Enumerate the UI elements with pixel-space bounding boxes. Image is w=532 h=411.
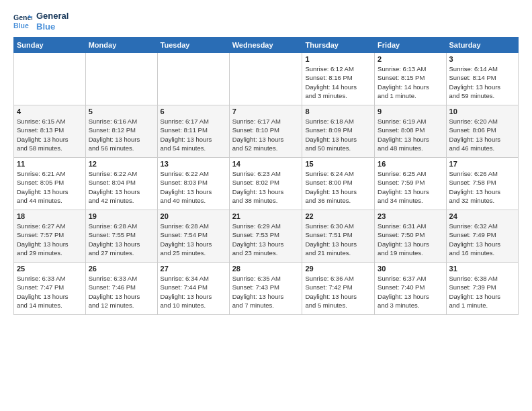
day-number: 7 xyxy=(232,107,300,116)
day-cell: 16Sunrise: 6:25 AM Sunset: 7:59 PM Dayli… xyxy=(375,158,446,210)
day-info: Sunrise: 6:38 AM Sunset: 7:39 PM Dayligh… xyxy=(449,274,515,310)
day-info: Sunrise: 6:20 AM Sunset: 8:06 PM Dayligh… xyxy=(449,117,515,152)
weekday-wednesday: Wednesday xyxy=(229,38,302,53)
day-cell: 2Sunrise: 6:13 AM Sunset: 8:15 PM Daylig… xyxy=(375,53,446,105)
day-cell xyxy=(85,53,157,105)
day-info: Sunrise: 6:21 AM Sunset: 8:05 PM Dayligh… xyxy=(17,169,83,205)
day-cell xyxy=(157,53,229,105)
weekday-saturday: Saturday xyxy=(446,38,518,53)
day-cell: 22Sunrise: 6:30 AM Sunset: 7:51 PM Dayli… xyxy=(302,210,375,263)
weekday-friday: Friday xyxy=(375,38,446,53)
day-info: Sunrise: 6:13 AM Sunset: 8:15 PM Dayligh… xyxy=(378,64,443,100)
day-cell: 13Sunrise: 6:22 AM Sunset: 8:03 PM Dayli… xyxy=(157,158,229,210)
day-cell: 21Sunrise: 6:29 AM Sunset: 7:53 PM Dayli… xyxy=(229,210,302,263)
day-info: Sunrise: 6:36 AM Sunset: 7:42 PM Dayligh… xyxy=(305,274,371,310)
day-info: Sunrise: 6:16 AM Sunset: 8:12 PM Dayligh… xyxy=(89,117,154,152)
day-cell: 9Sunrise: 6:19 AM Sunset: 8:08 PM Daylig… xyxy=(375,105,446,158)
day-cell: 28Sunrise: 6:35 AM Sunset: 7:43 PM Dayli… xyxy=(229,263,302,315)
day-info: Sunrise: 6:30 AM Sunset: 7:51 PM Dayligh… xyxy=(305,222,371,257)
day-number: 9 xyxy=(378,107,443,116)
day-cell: 31Sunrise: 6:38 AM Sunset: 7:39 PM Dayli… xyxy=(446,263,518,315)
day-cell: 26Sunrise: 6:33 AM Sunset: 7:46 PM Dayli… xyxy=(85,263,157,315)
day-info: Sunrise: 6:26 AM Sunset: 7:58 PM Dayligh… xyxy=(449,169,515,205)
day-cell: 3Sunrise: 6:14 AM Sunset: 8:14 PM Daylig… xyxy=(446,53,518,105)
day-cell: 1Sunrise: 6:12 AM Sunset: 8:16 PM Daylig… xyxy=(302,53,375,105)
day-number: 18 xyxy=(17,212,83,220)
day-cell: 27Sunrise: 6:34 AM Sunset: 7:44 PM Dayli… xyxy=(157,263,229,315)
day-number: 17 xyxy=(449,160,515,168)
day-number: 1 xyxy=(305,55,371,63)
day-number: 25 xyxy=(17,265,83,273)
day-number: 3 xyxy=(449,55,515,63)
day-number: 29 xyxy=(305,265,371,273)
day-number: 30 xyxy=(378,265,443,273)
logo: General Blue General Blue xyxy=(13,11,69,32)
day-info: Sunrise: 6:15 AM Sunset: 8:13 PM Dayligh… xyxy=(17,117,83,152)
logo-text: General xyxy=(36,11,69,21)
weekday-header-row: SundayMondayTuesdayWednesdayThursdayFrid… xyxy=(14,38,519,53)
day-cell: 18Sunrise: 6:27 AM Sunset: 7:57 PM Dayli… xyxy=(14,210,86,263)
week-row-3: 11Sunrise: 6:21 AM Sunset: 8:05 PM Dayli… xyxy=(14,158,519,210)
day-cell: 8Sunrise: 6:18 AM Sunset: 8:09 PM Daylig… xyxy=(302,105,375,158)
day-info: Sunrise: 6:28 AM Sunset: 7:55 PM Dayligh… xyxy=(89,222,154,257)
day-number: 12 xyxy=(89,160,154,168)
day-cell xyxy=(229,53,302,105)
day-info: Sunrise: 6:34 AM Sunset: 7:44 PM Dayligh… xyxy=(161,274,226,310)
day-cell: 19Sunrise: 6:28 AM Sunset: 7:55 PM Dayli… xyxy=(85,210,157,263)
day-cell: 15Sunrise: 6:24 AM Sunset: 8:00 PM Dayli… xyxy=(302,158,375,210)
logo-icon: General Blue xyxy=(13,12,32,31)
day-cell: 30Sunrise: 6:37 AM Sunset: 7:40 PM Dayli… xyxy=(375,263,446,315)
day-info: Sunrise: 6:35 AM Sunset: 7:43 PM Dayligh… xyxy=(232,274,300,310)
day-info: Sunrise: 6:37 AM Sunset: 7:40 PM Dayligh… xyxy=(378,274,443,310)
day-info: Sunrise: 6:28 AM Sunset: 7:54 PM Dayligh… xyxy=(161,222,226,257)
day-number: 15 xyxy=(305,160,371,168)
day-cell: 10Sunrise: 6:20 AM Sunset: 8:06 PM Dayli… xyxy=(446,105,518,158)
day-number: 4 xyxy=(17,107,83,116)
day-info: Sunrise: 6:32 AM Sunset: 7:49 PM Dayligh… xyxy=(449,222,515,257)
page: General Blue General Blue SundayMondayTu… xyxy=(0,0,532,411)
day-cell: 23Sunrise: 6:31 AM Sunset: 7:50 PM Dayli… xyxy=(375,210,446,263)
day-cell: 11Sunrise: 6:21 AM Sunset: 8:05 PM Dayli… xyxy=(14,158,86,210)
day-cell: 5Sunrise: 6:16 AM Sunset: 8:12 PM Daylig… xyxy=(85,105,157,158)
day-info: Sunrise: 6:17 AM Sunset: 8:10 PM Dayligh… xyxy=(232,117,300,152)
day-cell: 7Sunrise: 6:17 AM Sunset: 8:10 PM Daylig… xyxy=(229,105,302,158)
day-cell: 24Sunrise: 6:32 AM Sunset: 7:49 PM Dayli… xyxy=(446,210,518,263)
day-number: 6 xyxy=(161,107,226,116)
day-info: Sunrise: 6:22 AM Sunset: 8:04 PM Dayligh… xyxy=(89,169,154,205)
day-number: 20 xyxy=(161,212,226,220)
day-number: 31 xyxy=(449,265,515,273)
day-number: 23 xyxy=(378,212,443,220)
svg-text:Blue: Blue xyxy=(13,21,29,29)
day-info: Sunrise: 6:19 AM Sunset: 8:08 PM Dayligh… xyxy=(378,117,443,152)
day-info: Sunrise: 6:22 AM Sunset: 8:03 PM Dayligh… xyxy=(161,169,226,205)
day-number: 11 xyxy=(17,160,83,168)
week-row-4: 18Sunrise: 6:27 AM Sunset: 7:57 PM Dayli… xyxy=(14,210,519,263)
day-number: 10 xyxy=(449,107,515,116)
day-cell: 29Sunrise: 6:36 AM Sunset: 7:42 PM Dayli… xyxy=(302,263,375,315)
day-cell: 25Sunrise: 6:33 AM Sunset: 7:47 PM Dayli… xyxy=(14,263,86,315)
day-number: 19 xyxy=(89,212,154,220)
day-number: 13 xyxy=(161,160,226,168)
day-number: 22 xyxy=(305,212,371,220)
day-number: 27 xyxy=(161,265,226,273)
day-cell: 17Sunrise: 6:26 AM Sunset: 7:58 PM Dayli… xyxy=(446,158,518,210)
day-info: Sunrise: 6:33 AM Sunset: 7:46 PM Dayligh… xyxy=(89,274,154,310)
day-info: Sunrise: 6:17 AM Sunset: 8:11 PM Dayligh… xyxy=(161,117,226,152)
day-info: Sunrise: 6:31 AM Sunset: 7:50 PM Dayligh… xyxy=(378,222,443,257)
week-row-2: 4Sunrise: 6:15 AM Sunset: 8:13 PM Daylig… xyxy=(14,105,519,158)
day-cell: 6Sunrise: 6:17 AM Sunset: 8:11 PM Daylig… xyxy=(157,105,229,158)
day-number: 21 xyxy=(232,212,300,220)
day-info: Sunrise: 6:25 AM Sunset: 7:59 PM Dayligh… xyxy=(378,169,443,205)
day-info: Sunrise: 6:14 AM Sunset: 8:14 PM Dayligh… xyxy=(449,64,515,100)
day-cell: 4Sunrise: 6:15 AM Sunset: 8:13 PM Daylig… xyxy=(14,105,86,158)
weekday-tuesday: Tuesday xyxy=(157,38,229,53)
weekday-sunday: Sunday xyxy=(14,38,86,53)
day-cell: 12Sunrise: 6:22 AM Sunset: 8:04 PM Dayli… xyxy=(85,158,157,210)
calendar: SundayMondayTuesdayWednesdayThursdayFrid… xyxy=(13,37,519,315)
day-cell xyxy=(14,53,86,105)
day-info: Sunrise: 6:23 AM Sunset: 8:02 PM Dayligh… xyxy=(232,169,300,205)
week-row-1: 1Sunrise: 6:12 AM Sunset: 8:16 PM Daylig… xyxy=(14,53,519,105)
day-number: 26 xyxy=(89,265,154,273)
header: General Blue General Blue xyxy=(13,11,519,32)
day-cell: 20Sunrise: 6:28 AM Sunset: 7:54 PM Dayli… xyxy=(157,210,229,263)
